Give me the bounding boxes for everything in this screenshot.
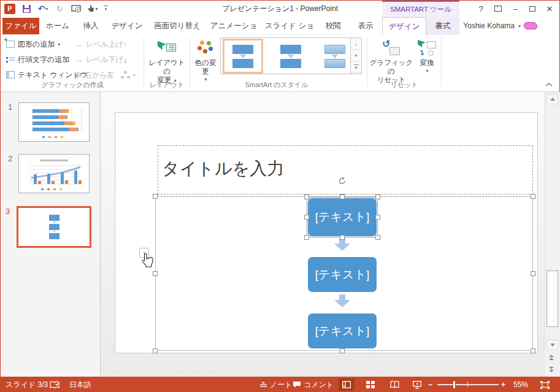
slide-3-thumbnail-selected[interactable] [17,206,91,248]
style-option-3[interactable] [315,40,355,72]
close-icon[interactable]: ✕ [541,1,558,17]
start-slideshow-icon[interactable] [71,3,82,14]
zoom-slider-track[interactable] [437,384,499,385]
frame-handle-top-right[interactable] [531,194,535,199]
convert-button[interactable]: ↴ 変換 ▾ [415,37,439,75]
gallery-down-icon[interactable]: ▼ [351,50,361,61]
redo-icon[interactable]: ↻ [54,3,65,14]
demote-icon: → [75,55,83,64]
tab-file[interactable]: ファイル [2,18,39,34]
frame-handle-bottom-center[interactable] [340,348,345,353]
smartart-node-2[interactable]: [テキスト] [308,257,377,292]
zoom-in-icon[interactable]: + [501,377,505,392]
add-bullet-button[interactable]: 行頭文字の追加 [6,53,69,66]
touch-mode-icon[interactable]: ▾ [87,3,98,14]
previous-slide-icon[interactable] [549,355,554,360]
slide-thumbnail-panel: 1 [1,92,100,377]
tab-animations[interactable]: アニメーション [207,17,261,35]
style-option-2[interactable] [270,40,311,72]
frame-handle-bottom-left[interactable] [153,348,158,353]
tab-review[interactable]: 校閲 [318,17,348,35]
gallery-up-icon[interactable]: ▲ [351,38,361,50]
minimize-icon[interactable]: – [507,1,524,17]
customize-qat-icon[interactable]: ▾ [104,6,108,12]
zoom-out-icon[interactable]: − [428,377,432,392]
move-down-icon: ↓ [123,55,128,64]
tab-smartart-design[interactable]: デザイン [382,17,426,35]
undo-icon[interactable]: ↶▾ [37,3,48,14]
node1-handle-bottom-left[interactable] [304,235,309,240]
move-down-button[interactable]: ↓ [123,53,128,66]
zoom-slider-thumb[interactable] [453,380,456,389]
node1-handle-top-right[interactable] [375,194,380,199]
tab-transitions[interactable]: 画面切り替え [149,17,205,35]
slideshow-view-icon[interactable] [409,379,425,391]
powerpoint-logo-icon[interactable]: P [4,3,15,14]
node1-handle-mid-left[interactable] [304,215,309,220]
group-label-smartart-styles: SmartArt のスタイル [192,80,361,90]
style-option-1-selected[interactable] [223,39,263,74]
node1-handle-bottom-center[interactable] [340,235,345,240]
node1-handle-top-left[interactable] [304,194,309,199]
frame-handle-top-left[interactable] [153,194,158,199]
next-slide-icon[interactable] [549,367,554,372]
account-area[interactable]: Yoshie Kohama ▾ [463,17,537,35]
slide-2-thumbnail[interactable] [18,154,90,193]
title-placeholder-text: タイトルを入力 [162,157,284,180]
node1-handle-mid-right[interactable] [375,215,380,220]
undo-dropdown-caret-icon[interactable]: ▾ [45,6,48,12]
rotate-handle-icon[interactable] [338,177,347,185]
help-icon[interactable]: ? [472,1,489,17]
collapse-ribbon-icon[interactable] [545,82,553,88]
change-colors-button[interactable]: 色の変更 ▾ [192,37,219,84]
smartart-node-1[interactable]: [テキスト] [308,198,377,236]
add-shape-button[interactable]: 図形の追加 ▾ [6,37,60,51]
smartart-node-3[interactable]: [テキスト] [308,313,377,348]
reading-view-icon[interactable] [386,379,402,391]
tab-home[interactable]: ホーム [41,17,74,35]
tab-view[interactable]: 表示 [350,17,381,35]
vertical-scrollbar[interactable] [544,92,560,377]
fit-to-window-icon[interactable] [537,379,553,391]
smartart-thumbnail-graphic [18,208,90,246]
frame-handle-bottom-right[interactable] [531,348,535,353]
slide-3-number: 3 [6,207,10,216]
org-chart-caret-icon: ▾ [133,72,136,78]
quick-access-toolbar: P ↶▾ ↻ ▾ ▾ [4,1,108,17]
slide-indicator[interactable]: スライド 3/3 [6,377,48,392]
ribbon-display-options-icon[interactable] [489,1,507,17]
reset-graphic-button[interactable]: ↺ グラフィックの リセット [369,37,413,84]
maximize-icon[interactable] [524,1,541,17]
frame-handle-mid-left[interactable] [153,271,158,276]
tab-insert[interactable]: 挿入 [77,17,105,35]
node1-handle-top-center[interactable] [340,194,345,199]
scroll-down-icon[interactable] [547,340,558,350]
node1-handle-bottom-right[interactable] [375,235,380,240]
connector-arrow-2[interactable] [334,294,350,308]
spellcheck-icon[interactable] [50,377,59,392]
tab-design[interactable]: デザイン [107,17,147,35]
scrollbar-thumb[interactable] [547,271,558,327]
tab-smartart-format[interactable]: 書式 [426,17,459,35]
group-label-reset: リセット [369,80,439,90]
group-label-create-graphic: グラフィックの作成 [6,80,139,90]
tab-slideshow[interactable]: スライド ショー [262,17,317,35]
save-icon[interactable] [21,3,32,14]
language-indicator[interactable]: 日本語 [69,377,91,392]
comments-button[interactable]: コメント [293,377,334,392]
add-shape-caret-icon: ▾ [58,42,60,47]
notes-button[interactable]: ノート [259,377,293,392]
reset-graphic-icon: ↺ [382,37,401,58]
slide-editing-surface[interactable]: タイトルを入力 [115,112,538,353]
zoom-percentage[interactable]: 55% [513,377,528,392]
slide-1-thumbnail[interactable] [18,102,90,142]
demote-button: → レベル下げ [75,53,123,66]
frame-handle-mid-right[interactable] [531,271,535,276]
slide-sorter-view-icon[interactable] [362,379,378,391]
title-placeholder[interactable]: タイトルを入力 [158,145,533,194]
gallery-more-icon[interactable]: ▼ [351,61,361,73]
normal-view-icon[interactable] [339,379,355,391]
change-layout-button[interactable]: レイアウトの 変更 ▾ [146,37,188,85]
connector-arrow-1[interactable] [334,238,350,252]
scroll-up-icon[interactable] [547,94,558,104]
